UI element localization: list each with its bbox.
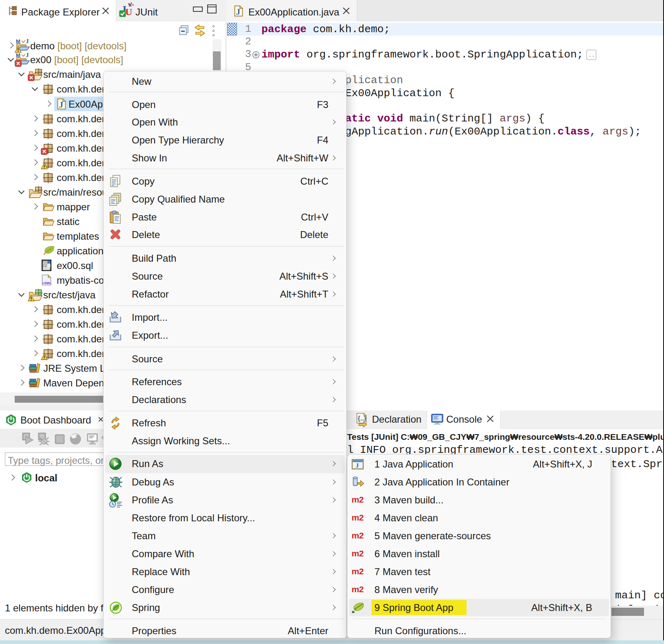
svg-text:<XML/>: <XML/>	[42, 281, 52, 285]
svg-text:{..}: {..}	[358, 415, 366, 422]
svg-text:J: J	[59, 100, 64, 110]
svg-text:J: J	[26, 39, 29, 44]
svg-text:J: J	[236, 7, 241, 17]
svg-text:J: J	[26, 53, 29, 58]
svg-text:J: J	[356, 462, 359, 469]
